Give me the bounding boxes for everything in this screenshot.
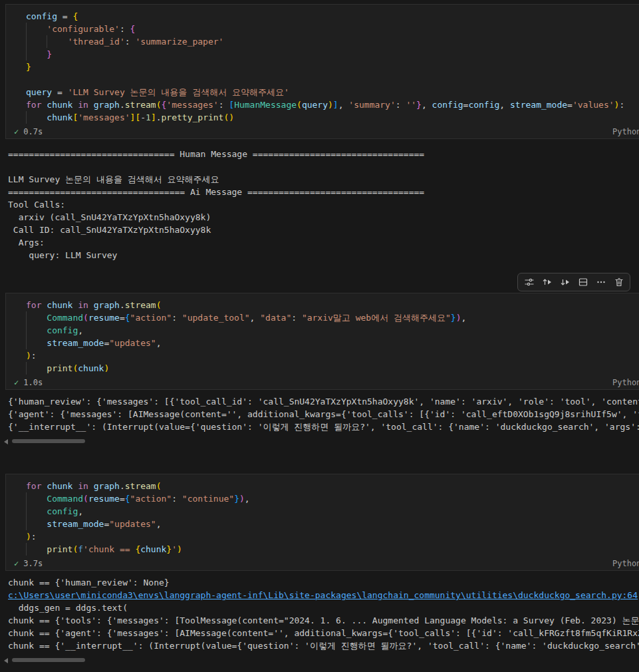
code-token: , <box>245 494 250 504</box>
code-token: { <box>130 24 136 34</box>
code-token: : <box>172 494 182 504</box>
output-text: {'human_review': {'messages': [{'tool_ca… <box>8 397 639 407</box>
cell-output-2: {'human_review': {'messages': [{'tool_ca… <box>8 395 639 433</box>
code-token: { <box>125 494 130 504</box>
code-token: Command <box>47 494 83 504</box>
code-token: ( <box>156 300 162 310</box>
execution-time: 0.7s <box>23 127 43 136</box>
code-token: : <box>120 24 130 34</box>
code-token: 'messages' <box>166 100 218 110</box>
cell-editor[interactable]: for chunk in graph.stream( Command(resum… <box>6 293 639 376</box>
scroll-left-arrow-icon[interactable] <box>4 658 8 663</box>
code-token: = <box>120 313 125 323</box>
success-check-icon: ✓ <box>14 559 19 568</box>
code-token: ( <box>83 313 88 323</box>
indent-guide <box>26 35 47 48</box>
scrollbar-thumb[interactable] <box>12 658 85 662</box>
cell-editor[interactable]: config = { 'configurable': { 'thread_id'… <box>6 5 639 125</box>
indent-guide <box>26 311 47 324</box>
output-line: arxiv (call_SnU42YaTXzYpXtn5haOxyy8k) <box>8 211 639 224</box>
code-line: config, <box>26 505 639 518</box>
indent-guide <box>26 111 47 124</box>
scrollbar-thumb[interactable] <box>12 439 85 443</box>
code-token: chunk <box>47 300 72 310</box>
code-token: 'LLM Survey 논문의 내용을 검색해서 요약해주세요' <box>68 87 289 97</box>
indent-guide <box>26 492 47 505</box>
code-token: Command <box>47 313 83 323</box>
output-text: Tool Calls: <box>8 200 65 210</box>
code-token: "updates" <box>109 338 156 348</box>
execution-time: 3.7s <box>23 559 43 568</box>
output-line: chunk == {'__interrupt__': (Interrupt(va… <box>8 639 639 652</box>
scroll-left-arrow-icon[interactable] <box>4 439 8 444</box>
output-line: Call ID: call_SnU42YaTXzYpXtn5haOxyy8k <box>8 224 639 236</box>
notebook-page: config = { 'configurable': { 'thread_id'… <box>0 0 639 672</box>
output-text: chunk == {'agent': {'messages': [AIMessa… <box>8 628 639 638</box>
cell-editor[interactable]: for chunk in graph.stream( Command(resum… <box>6 474 639 557</box>
cell-toolbar <box>517 273 630 291</box>
code-token: "action" <box>130 313 172 323</box>
code-token: = <box>120 494 125 504</box>
code-token: 'configurable' <box>47 24 120 34</box>
output-line: chunk == {'human_review': None} <box>8 576 639 589</box>
code-token: ( <box>83 494 88 504</box>
code-token: = <box>57 11 72 21</box>
output-line: ================================== Ai Me… <box>8 186 639 198</box>
code-token: , <box>461 313 466 323</box>
cell-language-label[interactable]: Python <box>612 559 639 568</box>
code-token: 'summary' <box>348 100 395 110</box>
code-token: "update_tool" <box>182 313 250 323</box>
code-token: } <box>451 313 456 323</box>
cell-language-label[interactable]: Python <box>612 378 639 387</box>
more-actions-icon[interactable] <box>592 275 609 289</box>
code-token: } <box>166 544 172 554</box>
code-token <box>88 481 94 491</box>
code-cell-1[interactable]: config = { 'configurable': { 'thread_id'… <box>5 4 639 139</box>
code-line: for chunk in graph.stream({'messages': [… <box>26 98 639 111</box>
output-line: {'__interrupt__': (Interrupt(value={'que… <box>8 420 639 433</box>
split-cell-icon[interactable] <box>575 275 591 289</box>
code-token: resume <box>88 313 120 323</box>
code-token: f <box>78 544 83 554</box>
code-token: [ <box>229 100 234 110</box>
code-token: ) <box>229 112 234 122</box>
horizontal-scrollbar[interactable] <box>0 657 632 663</box>
code-token: : <box>31 351 37 361</box>
code-token: : <box>172 313 182 323</box>
code-token: = <box>52 87 67 97</box>
cell-output-3: chunk == {'human_review': None}c:\Users\… <box>8 576 639 652</box>
code-cell-2[interactable]: for chunk in graph.stream( Command(resum… <box>5 293 639 390</box>
code-token: . <box>120 481 125 491</box>
code-line: config = { <box>26 10 639 23</box>
delete-cell-icon[interactable] <box>610 275 627 289</box>
code-line: 'configurable': { <box>26 23 639 35</box>
code-token: { <box>125 313 130 323</box>
output-text: arxiv (call_SnU42YaTXzYpXtn5haOxyy8k) <box>8 212 211 222</box>
code-line: Command(resume={"action": "update_tool",… <box>26 311 639 324</box>
output-line: chunk == {'agent': {'messages': [AIMessa… <box>8 627 639 639</box>
code-cell-3[interactable]: for chunk in graph.stream( Command(resum… <box>5 474 639 571</box>
code-token: ( <box>297 100 302 110</box>
tune-icon[interactable] <box>521 275 537 289</box>
code-token: = <box>567 100 573 110</box>
code-token: stream_mode <box>47 338 104 348</box>
output-text: ddgs_gen = ddgs.text( <box>8 603 128 613</box>
code-token: stream_mode <box>510 100 567 110</box>
run-below-icon[interactable] <box>557 275 573 289</box>
horizontal-scrollbar[interactable] <box>0 438 632 444</box>
code-token: ) <box>26 532 31 542</box>
run-above-icon[interactable] <box>539 275 555 289</box>
cell-output-1: ================================ Human M… <box>8 148 639 261</box>
code-token: chunk <box>140 544 166 554</box>
file-link[interactable]: c:\Users\user\miniconda3\envs\langgraph-… <box>8 590 638 600</box>
code-token: in <box>78 100 88 110</box>
cell-language-label[interactable]: Python <box>612 127 639 136</box>
code-token: stream <box>125 481 156 491</box>
code-token: 'summarize_paper' <box>135 37 223 47</box>
success-check-icon: ✓ <box>14 378 19 387</box>
code-token: in <box>78 300 88 310</box>
code-token: , <box>156 338 162 348</box>
code-token: "data" <box>260 313 291 323</box>
code-token: , <box>338 100 349 110</box>
code-token: HumanMessage <box>234 100 297 110</box>
